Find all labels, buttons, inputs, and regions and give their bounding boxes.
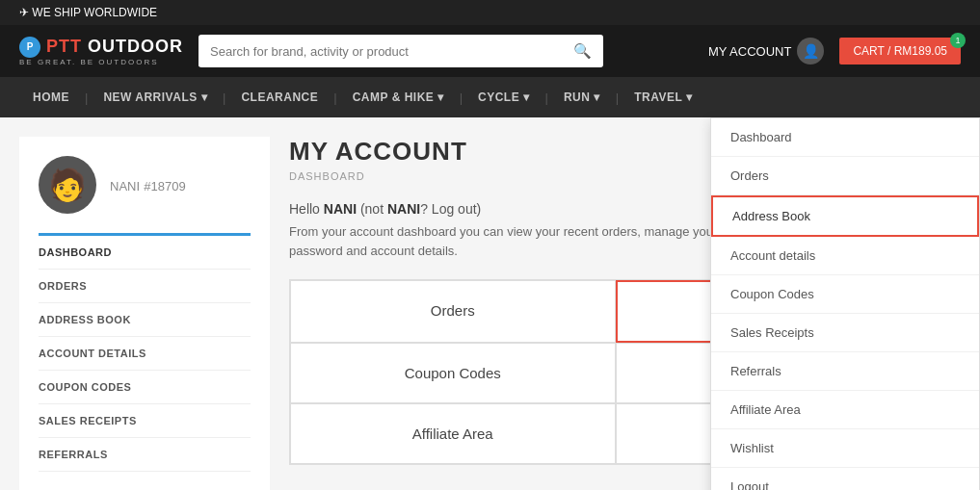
sidebar-user-info: NANI #18709: [110, 177, 186, 193]
sidebar-link-sales-receipts[interactable]: SALES RECEIPTS: [39, 404, 251, 437]
grid-item-coupon-codes[interactable]: Coupon Codes: [290, 343, 616, 403]
sidebar-item-sales-receipts[interactable]: SALES RECEIPTS: [39, 404, 251, 438]
sidebar: 🧑 NANI #18709 DASHBOARD ORDERS ADDRESS B…: [19, 137, 270, 490]
grid-item-affiliate-area[interactable]: Affiliate Area: [290, 403, 616, 464]
dropdown-item-wishlist[interactable]: Wishlist: [711, 429, 979, 468]
sidebar-link-dashboard[interactable]: DASHBOARD: [39, 236, 251, 269]
account-dropdown: Dashboard Orders Address Book Account de…: [710, 117, 980, 490]
sidebar-link-referrals[interactable]: REFERRALS: [39, 438, 251, 471]
header-right: MY ACCOUNT 👤 CART / RM189.05 1: [708, 38, 961, 64]
sidebar-link-account-details[interactable]: ACCOUNT DETAILS: [39, 337, 251, 370]
top-bar-text: ✈ WE SHIP WORLDWIDE: [19, 6, 157, 19]
top-bar: ✈ WE SHIP WORLDWIDE: [0, 0, 980, 25]
sidebar-avatar: 🧑: [39, 156, 96, 214]
nav-item-travel[interactable]: TRAVEL ▾: [621, 77, 705, 117]
cart-badge: 1: [950, 33, 966, 48]
main-content: 🧑 NANI #18709 DASHBOARD ORDERS ADDRESS B…: [0, 117, 980, 490]
sidebar-link-address-book[interactable]: ADDRESS BOOK: [39, 303, 251, 336]
nav-item-clearance[interactable]: CLEARANCE: [227, 77, 331, 117]
search-bar[interactable]: 🔍: [199, 35, 603, 67]
sidebar-item-dashboard[interactable]: DASHBOARD: [39, 236, 251, 270]
sidebar-link-coupon-codes[interactable]: COUPON CODES: [39, 371, 251, 403]
search-input[interactable]: [199, 37, 562, 66]
sidebar-nav: DASHBOARD ORDERS ADDRESS BOOK ACCOUNT DE…: [39, 233, 251, 472]
my-account-button[interactable]: MY ACCOUNT 👤: [708, 38, 824, 64]
sidebar-item-account-details[interactable]: ACCOUNT DETAILS: [39, 337, 251, 371]
dropdown-item-referrals[interactable]: Referrals: [711, 352, 979, 391]
my-account-label: MY ACCOUNT: [708, 44, 791, 59]
search-button[interactable]: 🔍: [562, 35, 603, 67]
sidebar-item-address-book[interactable]: ADDRESS BOOK: [39, 303, 251, 337]
dropdown-item-affiliate-area[interactable]: Affiliate Area: [711, 391, 979, 429]
dropdown-item-address-book[interactable]: Address Book: [711, 195, 979, 237]
header-avatar: 👤: [797, 38, 824, 64]
dropdown-item-coupon-codes[interactable]: Coupon Codes: [711, 275, 979, 314]
nav-item-cycle[interactable]: CYCLE ▾: [464, 77, 543, 117]
nav-item-new-arrivals[interactable]: NEW ARRIVALS ▾: [90, 77, 221, 117]
sidebar-item-orders[interactable]: ORDERS: [39, 270, 251, 303]
logo-icon: P: [19, 37, 40, 58]
greeting-text: Hello: [289, 201, 324, 217]
cart-label: CART / RM189.05: [853, 44, 947, 58]
sidebar-item-coupon-codes[interactable]: COUPON CODES: [39, 371, 251, 404]
main-nav: HOME | NEW ARRIVALS ▾ | CLEARANCE | CAMP…: [0, 77, 980, 117]
not-username: NANI: [387, 201, 420, 217]
logo[interactable]: P PTT OUTDOOR BE GREAT. BE OUTDOORS: [19, 37, 183, 66]
grid-item-orders[interactable]: Orders: [290, 280, 616, 343]
logo-tagline: BE GREAT. BE OUTDOORS: [19, 58, 159, 66]
dropdown-item-sales-receipts[interactable]: Sales Receipts: [711, 314, 979, 352]
nav-item-run[interactable]: RUN ▾: [550, 77, 614, 117]
sidebar-link-orders[interactable]: ORDERS: [39, 270, 251, 302]
welcome-username: NANI: [324, 201, 357, 217]
cart-button[interactable]: CART / RM189.05 1: [839, 38, 961, 64]
sidebar-username: NANI #18709: [110, 177, 186, 193]
logo-name: PTT OUTDOOR: [46, 37, 183, 57]
sidebar-item-referrals[interactable]: REFERRALS: [39, 438, 251, 472]
nav-item-camp-hike[interactable]: CAMP & HIKE ▾: [339, 77, 458, 117]
nav-item-home[interactable]: HOME: [19, 77, 83, 117]
dropdown-item-account-details[interactable]: Account details: [711, 237, 979, 275]
dropdown-item-orders[interactable]: Orders: [711, 157, 979, 195]
dropdown-item-dashboard[interactable]: Dashboard: [711, 118, 979, 157]
sidebar-user: 🧑 NANI #18709: [39, 156, 251, 214]
header: P PTT OUTDOOR BE GREAT. BE OUTDOORS 🔍 MY…: [0, 25, 980, 77]
dropdown-item-logout[interactable]: Logout: [711, 468, 979, 490]
